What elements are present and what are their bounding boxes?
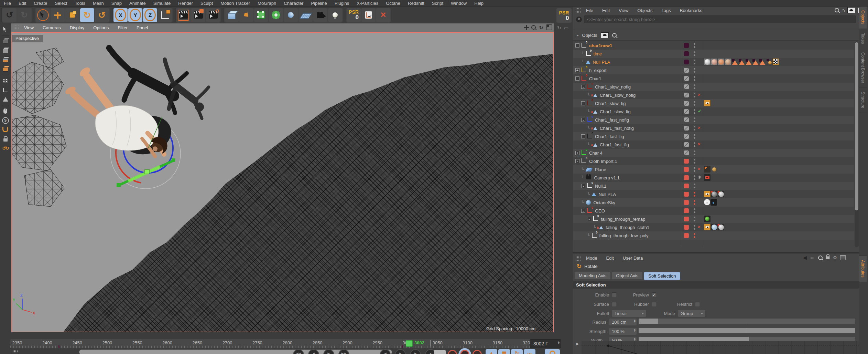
plane-object-icon[interactable] (585, 168, 593, 171)
scale-tool-button[interactable] (65, 8, 79, 22)
lock-workplane-button[interactable] (1, 134, 10, 144)
frame-tick-2700[interactable]: 2700 (223, 340, 232, 345)
visibility-dots[interactable] (694, 117, 695, 119)
visibility-dots[interactable] (694, 175, 695, 177)
tree-row-char1-fast-nofig[interactable]: └aChar1_fast_nofig× (573, 124, 854, 132)
object-label[interactable]: Null PLA (593, 60, 610, 65)
cloth-tag[interactable] (704, 166, 710, 173)
tab-modeling-axis[interactable]: Modeling Axis (575, 272, 610, 279)
null-object-icon[interactable]: 0 (586, 51, 591, 56)
layer-color-chip[interactable] (684, 142, 689, 147)
autokey-record-button[interactable] (460, 350, 469, 354)
null-object-icon[interactable]: 0 (587, 208, 592, 213)
tri-object-icon[interactable] (592, 192, 596, 196)
menu-item-filter[interactable]: Filter (113, 25, 132, 30)
visibility-filter-icon[interactable] (601, 32, 609, 38)
menu-item-help[interactable]: Help (470, 1, 487, 6)
eye-tag[interactable] (704, 100, 710, 106)
tex-c2-tag[interactable] (718, 191, 724, 197)
layer-color-chip[interactable] (684, 43, 689, 48)
expander-icon[interactable]: - (575, 43, 579, 48)
expander-icon[interactable]: ▸ (577, 33, 579, 38)
curve-expander-icon[interactable]: ▶ (576, 342, 579, 346)
search-icon[interactable] (835, 8, 839, 12)
menu-item-file[interactable]: File (582, 8, 598, 13)
frame-tick-2800[interactable]: 2800 (282, 340, 292, 345)
layer-color-chip[interactable] (684, 117, 689, 122)
edges-mode-button[interactable] (1, 85, 10, 95)
frame-tick-3050[interactable]: 3050 (433, 340, 443, 345)
visibility-dots[interactable] (694, 233, 695, 235)
magnet-snap-button[interactable] (1, 125, 10, 134)
layer-color-chip[interactable] (684, 159, 689, 164)
tree-row-null-pla[interactable]: └Null PLA (573, 58, 854, 66)
globe-object-icon[interactable] (586, 200, 591, 205)
frame-tick-2350[interactable]: 2350 (12, 340, 22, 345)
points-mode-button[interactable] (1, 76, 10, 85)
object-label[interactable]: Char1 (589, 76, 601, 81)
menu-item-mesh[interactable]: Mesh (89, 1, 108, 6)
floor-button[interactable] (299, 8, 313, 22)
expander-icon[interactable]: - (581, 118, 585, 122)
tree-row-char1-slow-fig[interactable]: -0Char1_slow_fig (573, 99, 854, 107)
render-settings-button[interactable]: ⚙ (206, 8, 220, 22)
live-selection-button[interactable] (36, 8, 50, 22)
lock-icon[interactable] (826, 256, 829, 259)
viewport-canvas[interactable]: Z X Y Grid Spacing : 10000 cm Perspectiv… (11, 32, 554, 332)
spline-pen-button[interactable] (239, 8, 253, 22)
field-button[interactable] (284, 8, 298, 22)
tab-structure[interactable]: Structure (859, 87, 867, 113)
visibility-dots[interactable] (694, 60, 695, 61)
null-object-icon[interactable]: 0 (587, 101, 592, 105)
moon-tag[interactable]: ◐ (710, 199, 717, 206)
x-axis-lock-button[interactable]: X (113, 8, 128, 22)
eye-tag[interactable] (704, 191, 710, 197)
delete-button[interactable]: × (376, 8, 390, 22)
history-arrows-icon[interactable]: ◂▸ (810, 256, 815, 260)
menu-item-script[interactable]: Script (428, 1, 447, 6)
panel-divider[interactable] (573, 252, 859, 253)
object-label[interactable]: Null PLA (599, 192, 616, 197)
check-mark-icon[interactable]: ✓ (698, 109, 702, 113)
workplane-mode-button[interactable] (1, 64, 10, 74)
tree-row-char1-slow-nofig[interactable]: └aChar1_slow_nofig× (573, 91, 854, 99)
frame-tick-2600[interactable]: 2600 (162, 340, 172, 345)
visibility-dots[interactable] (694, 93, 695, 94)
x-mark-icon[interactable]: × (698, 225, 701, 229)
list-menu-icon[interactable] (840, 255, 846, 260)
scrollbar-thumb[interactable] (855, 42, 858, 210)
tree-row-char1new1[interactable]: -0char1new1 (573, 41, 854, 50)
target-mark-icon[interactable]: ◎ (698, 175, 701, 179)
coordinate-system-button[interactable] (158, 8, 172, 22)
null-object-icon[interactable]: 0 (592, 233, 597, 238)
menu-item-select[interactable]: Select (51, 1, 71, 6)
restrict-checkbox[interactable] (695, 302, 700, 306)
mograph-button[interactable] (269, 8, 283, 22)
visibility-dots[interactable] (694, 134, 695, 136)
null-object-icon[interactable]: 0 (587, 117, 592, 122)
subdivision-surface-button[interactable] (254, 8, 268, 22)
menu-item-create[interactable]: Create (30, 1, 51, 6)
mini-frame-icon[interactable]: ▭ (564, 25, 568, 31)
object-search-input[interactable] (584, 15, 856, 23)
layer-color-chip[interactable] (684, 200, 689, 205)
menu-item-window[interactable]: Window (447, 1, 470, 6)
layer-color-chip[interactable] (684, 68, 689, 73)
clear-search-icon[interactable]: × (576, 17, 582, 22)
green-b-tag[interactable] (704, 216, 710, 222)
viewport-solo-button[interactable] (1, 106, 10, 116)
menu-item-redshift[interactable]: Redshift (404, 1, 428, 6)
menu-item-x-particles[interactable]: X-Particles (353, 1, 382, 6)
visibility-dots[interactable] (694, 76, 695, 78)
layer-color-chip[interactable] (684, 51, 689, 56)
tab-object-axis[interactable]: Object Axis (612, 272, 642, 279)
visibility-dots[interactable] (694, 200, 695, 202)
z-axis-lock-button[interactable]: Z (143, 8, 157, 22)
expander-icon[interactable]: - (581, 134, 585, 138)
tree-scrollbar[interactable] (855, 41, 859, 247)
frame-tick-2650[interactable]: 2650 (192, 340, 202, 345)
frame-tick-2550[interactable]: 2550 (132, 340, 142, 345)
objects-tab-label[interactable]: Objects (582, 33, 597, 38)
radius-slider[interactable] (639, 319, 855, 324)
tri-object-icon[interactable] (586, 60, 590, 64)
